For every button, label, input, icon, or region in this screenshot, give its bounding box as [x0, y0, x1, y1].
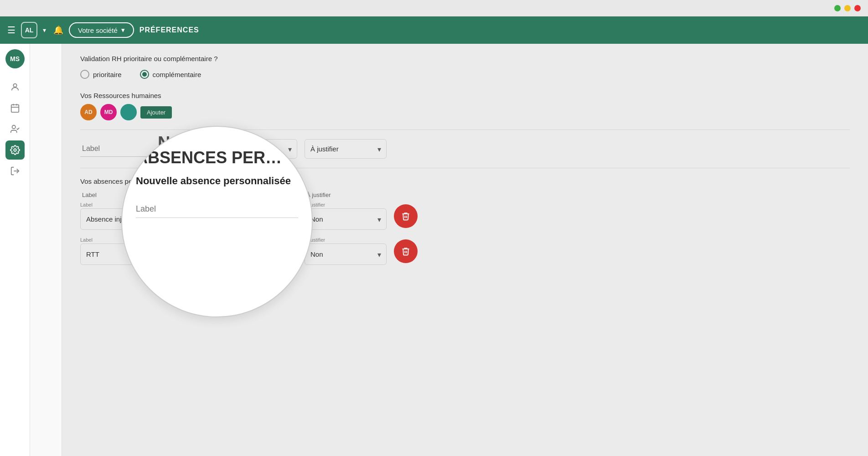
modal-label-input[interactable]	[136, 201, 298, 218]
sidebar-strip: MS	[0, 44, 30, 456]
window-btn-red[interactable]	[854, 5, 861, 11]
main-layout: MS	[0, 44, 868, 456]
topnav: ☰ AL ▾ 🔔 Votre société ▾ PRÉFERENCES	[0, 16, 868, 44]
sidebar-icon-person[interactable]	[5, 78, 25, 97]
main-content: Validation RH prioritaire ou complémenta…	[62, 44, 868, 456]
preferences-button[interactable]: PRÉFERENCES	[140, 26, 199, 34]
logo-button[interactable]: AL	[21, 22, 37, 38]
sidebar-secondary	[30, 44, 62, 456]
window-btn-yellow[interactable]	[844, 5, 851, 11]
bell-icon[interactable]: 🔔	[53, 25, 63, 35]
sidebar-icon-person-check[interactable]	[5, 119, 25, 139]
window-bar	[0, 0, 868, 16]
modal-overlay-absences: ABSENCES PER…	[136, 149, 282, 167]
svg-rect-1	[11, 105, 19, 113]
user-avatar: MS	[5, 49, 25, 68]
modal-title: Nouvelle absence personnalisée	[136, 175, 291, 187]
sidebar-icon-calendar[interactable]	[5, 98, 25, 118]
votre-societe-button[interactable]: Votre société ▾	[69, 22, 134, 38]
window-btn-green[interactable]	[834, 5, 841, 11]
sidebar-icon-settings[interactable]	[5, 140, 25, 160]
hamburger-icon[interactable]: ☰	[7, 25, 16, 36]
svg-point-0	[13, 84, 16, 87]
modal-circle: ABSENCES PER… Nouvelle absence personnal…	[121, 126, 313, 317]
svg-point-5	[12, 125, 15, 129]
logo-arrow-icon[interactable]: ▾	[43, 26, 46, 34]
sidebar-icon-logout[interactable]	[5, 161, 25, 181]
svg-point-6	[14, 149, 16, 151]
